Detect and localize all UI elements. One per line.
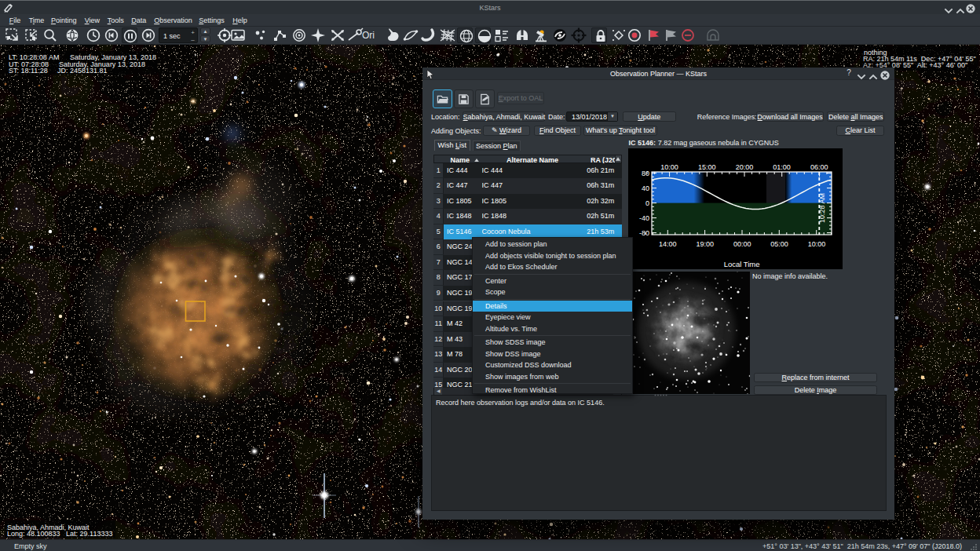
svg-text:19:00: 19:00 [696, 240, 714, 248]
svg-text:00:00: 00:00 [733, 240, 751, 248]
svg-text:0: 0 [645, 199, 649, 207]
svg-text:10:00: 10:00 [660, 163, 678, 171]
svg-text:20:00: 20:00 [736, 163, 754, 171]
svg-text:10:00: 10:00 [808, 240, 826, 248]
svg-text:80: 80 [642, 170, 649, 177]
svg-text:06:00: 06:00 [810, 163, 828, 171]
svg-text:Local Time: Local Time [724, 260, 760, 268]
svg-text:40: 40 [642, 184, 649, 192]
svg-text:05:00: 05:00 [770, 240, 788, 248]
svg-text:14:00: 14:00 [659, 240, 677, 248]
svg-text:-40: -40 [639, 214, 649, 222]
svg-text:-80: -80 [639, 229, 649, 237]
svg-text:15:00: 15:00 [698, 163, 716, 171]
svg-text:01:00: 01:00 [773, 163, 791, 171]
svg-text:10:28 AM: 10:28 AM [818, 193, 826, 223]
